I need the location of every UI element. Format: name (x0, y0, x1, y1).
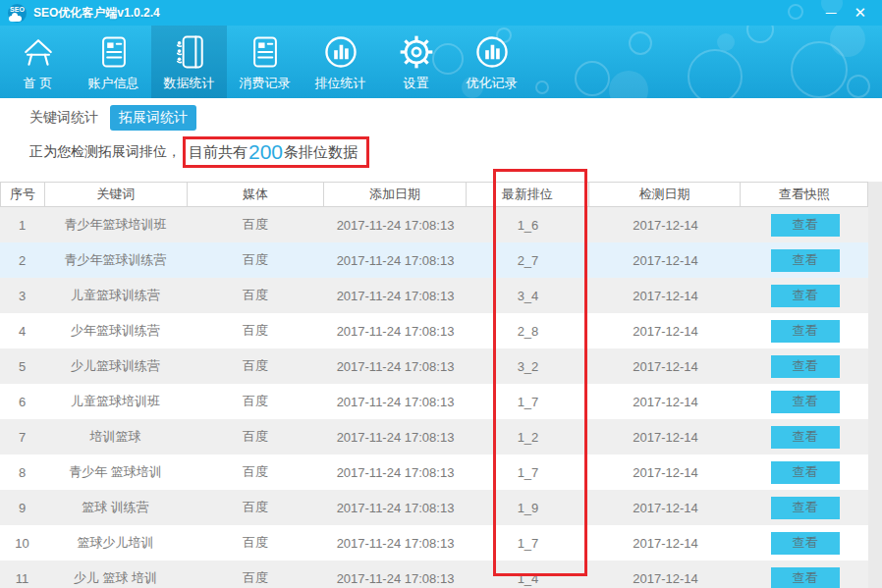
nav-item-ranking-stats[interactable]: 排位统计 (303, 26, 378, 98)
header-keyword: 关键词 (45, 183, 188, 206)
app-window: SEO SEO优化客户端v1.0.2.4 ─ ✕ (0, 0, 882, 588)
table-row[interactable]: 1 青少年篮球培训班 百度 2017-11-24 17:08:13 1_6 20… (0, 207, 868, 242)
cell-serial-number: 5 (0, 348, 44, 384)
cell-media: 百度 (187, 490, 324, 525)
view-snapshot-button[interactable]: 查看 (771, 532, 840, 555)
status-line: 正为您检测拓展词排位， 目前共有 200 条排位数据 (29, 136, 369, 168)
gear-icon (397, 32, 436, 72)
cell-media: 百度 (187, 278, 324, 313)
nav-item-settings[interactable]: 设置 (378, 26, 454, 98)
cell-serial-number: 8 (0, 454, 44, 490)
cell-check-date: 2017-12-14 (589, 207, 742, 242)
nav-item-label: 首 页 (24, 75, 53, 92)
main-navigation: 首 页 账户信息 数据统计 (0, 26, 882, 98)
cell-serial-number: 6 (0, 384, 44, 419)
cell-serial-number: 1 (0, 207, 44, 242)
cell-added-date: 2017-11-24 17:08:13 (324, 525, 467, 561)
table-row[interactable]: 11 少儿 篮球 培训 百度 2017-11-24 17:08:13 1_4 2… (0, 561, 868, 588)
view-snapshot-button[interactable]: 查看 (771, 355, 840, 378)
scrollbar-track[interactable] (868, 182, 882, 588)
cell-serial-number: 10 (0, 525, 44, 561)
cell-added-date: 2017-11-24 17:08:13 (324, 348, 467, 384)
nav-item-label: 排位统计 (315, 75, 366, 92)
cell-serial-number: 9 (0, 490, 44, 525)
title-bar: SEO SEO优化客户端v1.0.2.4 ─ ✕ (0, 0, 882, 26)
nav-item-data-stats[interactable]: 数据统计 (151, 26, 227, 98)
header-media: 媒体 (188, 183, 325, 206)
cell-check-date: 2017-12-14 (589, 313, 742, 348)
cell-added-date: 2017-11-24 17:08:13 (324, 313, 467, 348)
cell-latest-rank: 1_6 (467, 207, 589, 242)
cell-keyword: 儿童篮球培训班 (44, 384, 187, 419)
view-snapshot-button[interactable]: 查看 (771, 497, 840, 519)
nav-item-consumption-records[interactable]: 消费记录 (227, 26, 303, 98)
cell-view-snapshot: 查看 (742, 454, 868, 490)
table-row[interactable]: 4 少年篮球训练营 百度 2017-11-24 17:08:13 2_8 201… (0, 313, 868, 348)
table-row[interactable]: 7 培训篮球 百度 2017-11-24 17:08:13 1_2 2017-1… (0, 419, 868, 454)
cell-view-snapshot: 查看 (742, 278, 868, 313)
tab-keyword-stats[interactable]: 关键词统计 (29, 109, 98, 127)
cell-added-date: 2017-11-24 17:08:13 (324, 242, 467, 278)
view-snapshot-button[interactable]: 查看 (771, 391, 840, 413)
view-snapshot-button[interactable]: 查看 (771, 285, 840, 307)
minimize-button[interactable]: ─ (826, 0, 837, 26)
table-row[interactable]: 9 篮球 训练营 百度 2017-11-24 17:08:13 1_9 2017… (0, 490, 868, 525)
records-doc-icon (246, 32, 285, 72)
nav-item-label: 消费记录 (240, 75, 291, 92)
cell-latest-rank: 1_4 (467, 561, 589, 588)
view-snapshot-button[interactable]: 查看 (771, 320, 840, 343)
cell-media: 百度 (187, 207, 324, 242)
home-icon (19, 32, 58, 72)
cell-latest-rank: 2_8 (467, 313, 589, 348)
cell-check-date: 2017-12-14 (589, 419, 742, 454)
cell-media: 百度 (187, 348, 324, 384)
cell-check-date: 2017-12-14 (589, 561, 742, 588)
table-row[interactable]: 8 青少年 篮球培训 百度 2017-11-24 17:08:13 1_7 20… (0, 454, 868, 490)
view-snapshot-button[interactable]: 查看 (771, 214, 840, 237)
table-row[interactable]: 6 儿童篮球培训班 百度 2017-11-24 17:08:13 1_7 201… (0, 384, 868, 419)
cell-keyword: 篮球少儿培训 (44, 525, 187, 561)
cell-check-date: 2017-12-14 (589, 384, 742, 419)
status-prefix: 正为您检测拓展词排位， (29, 143, 181, 161)
cell-added-date: 2017-11-24 17:08:13 (324, 454, 467, 490)
view-snapshot-button[interactable]: 查看 (771, 567, 840, 588)
header-serial-number: 序号 (1, 183, 45, 206)
view-snapshot-button[interactable]: 查看 (771, 461, 840, 484)
cell-latest-rank: 1_7 (467, 454, 589, 490)
table-row[interactable]: 5 少儿篮球训练营 百度 2017-11-24 17:08:13 3_2 201… (0, 348, 868, 384)
view-snapshot-button[interactable]: 查看 (771, 249, 840, 272)
header-added-date: 添加日期 (324, 183, 467, 206)
table-row[interactable]: 3 儿童篮球训练营 百度 2017-11-24 17:08:13 3_4 201… (0, 278, 868, 313)
cell-added-date: 2017-11-24 17:08:13 (324, 278, 467, 313)
cell-latest-rank: 2_7 (467, 242, 589, 278)
cell-media: 百度 (187, 313, 324, 348)
cell-view-snapshot: 查看 (742, 525, 868, 561)
nav-item-label: 优化记录 (467, 75, 518, 92)
table-row[interactable]: 2 青少年篮球训练营 百度 2017-11-24 17:08:13 2_7 20… (0, 242, 868, 278)
nav-item-optimization-records[interactable]: 优化记录 (454, 26, 529, 98)
cell-view-snapshot: 查看 (742, 313, 868, 348)
cell-check-date: 2017-12-14 (589, 348, 742, 384)
view-snapshot-button[interactable]: 查看 (771, 426, 840, 449)
close-button[interactable]: ✕ (854, 0, 866, 26)
header-latest-rank: 最新排位 (467, 183, 589, 206)
nav-item-account-info[interactable]: 账户信息 (76, 26, 151, 98)
bubble-decoration (788, 4, 803, 20)
cell-media: 百度 (187, 419, 324, 454)
cell-media: 百度 (187, 454, 324, 490)
cell-media: 百度 (187, 525, 324, 561)
cell-keyword: 少年篮球训练营 (44, 313, 187, 348)
nav-item-label: 数据统计 (164, 75, 215, 92)
notebook-icon (170, 32, 209, 72)
tab-expansion-word-stats[interactable]: 拓展词统计 (110, 105, 196, 131)
table-row[interactable]: 10 篮球少儿培训 百度 2017-11-24 17:08:13 1_7 201… (0, 525, 868, 561)
cell-added-date: 2017-11-24 17:08:13 (324, 384, 467, 419)
cell-view-snapshot: 查看 (742, 384, 868, 419)
cell-view-snapshot: 查看 (742, 419, 868, 454)
cell-check-date: 2017-12-14 (589, 278, 742, 313)
nav-item-home[interactable]: 首 页 (0, 26, 76, 98)
window-title: SEO优化客户端v1.0.2.4 (33, 5, 160, 22)
window-controls: ─ ✕ (826, 0, 874, 26)
cell-latest-rank: 3_4 (467, 278, 589, 313)
cell-latest-rank: 1_7 (467, 525, 589, 561)
